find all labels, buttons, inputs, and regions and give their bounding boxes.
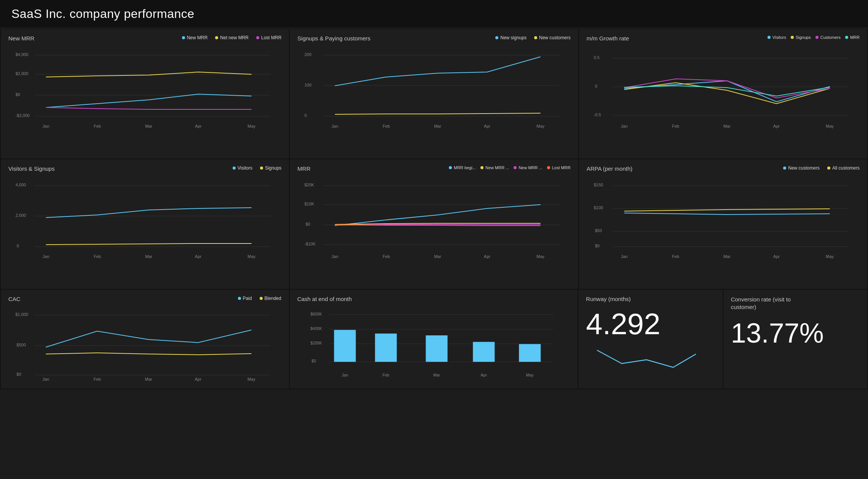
svg-text:Jan: Jan <box>621 124 627 128</box>
svg-text:$2,000: $2,000 <box>16 71 29 76</box>
arpa-panel: ARPA (per month) New customers All custo… <box>579 159 867 289</box>
svg-text:0.5: 0.5 <box>594 55 599 60</box>
svg-text:Feb: Feb <box>382 373 389 377</box>
legend-visitors: Visitors <box>767 35 786 40</box>
svg-text:0: 0 <box>595 84 597 88</box>
svg-text:May: May <box>247 377 255 381</box>
mm-growth-panel: m/m Growth rate Visitors Signups Custome… <box>579 29 867 159</box>
cash-panel: Cash at end of month $600K $400K $200K $… <box>290 290 578 389</box>
legend-new-signups: New signups <box>495 35 527 40</box>
mrr-legend: MRR begi... New MRR ... New MRR ... Lost… <box>449 165 571 170</box>
legend-dot-customers <box>534 36 537 39</box>
new-mrr-chart: $4,000 $2,000 $0 -$2,000 Jan Feb Mar <box>8 45 281 132</box>
legend-dot-new-mrr <box>182 36 185 39</box>
mrr-chart: $20K $10K $0 -$10K Jan Feb Mar Apr <box>297 175 570 263</box>
legend-dot-lost-mrr <box>256 36 259 39</box>
svg-text:Jan: Jan <box>332 124 338 128</box>
svg-text:Jan: Jan <box>42 377 49 381</box>
runway-title: Runway (months) <box>586 296 715 302</box>
svg-text:$200K: $200K <box>310 341 322 345</box>
svg-text:$150: $150 <box>594 183 603 187</box>
svg-text:4,000: 4,000 <box>16 183 26 187</box>
cac-legend: Paid Blended <box>238 296 281 301</box>
svg-text:Apr: Apr <box>773 124 780 128</box>
svg-text:$600K: $600K <box>310 312 322 316</box>
svg-text:Mar: Mar <box>145 254 152 259</box>
new-mrr-legend: New MRR Net new MRR Lost MRR <box>182 35 282 40</box>
svg-text:Mar: Mar <box>723 124 731 128</box>
mrr-panel: MRR MRR begi... New MRR ... New MRR ... … <box>290 159 578 289</box>
cash-chart: $600K $400K $200K $0 Jan Feb <box>297 305 570 381</box>
legend-mrr-new1: New MRR ... <box>480 165 509 170</box>
svg-text:Apr: Apr <box>480 373 487 377</box>
conversion-value: 13.77% <box>731 319 860 347</box>
svg-text:$4,000: $4,000 <box>16 52 29 57</box>
svg-text:Feb: Feb <box>672 124 679 128</box>
legend-cac-paid: Paid <box>238 296 252 301</box>
conversion-panel: Conversion rate (visit to customer) 13.7… <box>723 290 867 389</box>
legend-new-mrr: New MRR <box>182 35 208 40</box>
svg-rect-91 <box>334 330 356 362</box>
svg-text:$0: $0 <box>311 359 316 363</box>
svg-text:Apr: Apr <box>484 124 490 128</box>
legend-signups-growth: Signups <box>791 35 811 40</box>
svg-text:Feb: Feb <box>94 377 101 381</box>
svg-text:Feb: Feb <box>672 254 679 259</box>
svg-text:Feb: Feb <box>383 254 390 259</box>
svg-text:Feb: Feb <box>383 124 390 128</box>
legend-new-customers: New customers <box>534 35 571 40</box>
legend-dot-net-mrr <box>215 36 218 39</box>
svg-text:$20K: $20K <box>305 183 314 187</box>
svg-text:Jan: Jan <box>621 254 627 259</box>
visitors-signups-chart: 4,000 2,000 0 Jan Feb Mar Apr May <box>8 175 281 263</box>
legend-visitors-vs: Visitors <box>233 165 252 171</box>
header: SaaS Inc. company performance <box>0 0 868 28</box>
svg-text:Apr: Apr <box>195 124 201 128</box>
visitors-signups-panel: Visitors & Signups Visitors Signups 4,00… <box>1 159 289 289</box>
svg-text:Feb: Feb <box>94 254 101 259</box>
new-mrr-panel: New MRR New MRR Net new MRR Lost MRR $4,… <box>1 29 289 159</box>
svg-text:May: May <box>247 124 255 128</box>
svg-text:$0: $0 <box>16 372 21 376</box>
arpa-legend: New customers All customers <box>783 165 860 171</box>
legend-signups-vs: Signups <box>260 165 281 171</box>
runway-value: 4.292 <box>586 309 715 339</box>
svg-text:$50: $50 <box>595 228 602 233</box>
legend-cac-blended: Blended <box>260 296 281 301</box>
svg-text:Apr: Apr <box>195 254 201 259</box>
cac-chart: $1,000 $500 $0 Jan Feb Mar Apr May <box>8 305 281 381</box>
svg-text:May: May <box>537 254 545 259</box>
svg-text:May: May <box>826 124 834 128</box>
svg-text:Jan: Jan <box>341 373 348 377</box>
visitors-signups-legend: Visitors Signups <box>233 165 282 171</box>
svg-text:-$2,000: -$2,000 <box>16 113 30 118</box>
signups-chart: 200 100 0 Jan Feb Mar Apr May <box>297 45 570 132</box>
cash-title: Cash at end of month <box>297 296 570 302</box>
runway-panel: Runway (months) 4.292 <box>578 290 722 389</box>
svg-text:$10K: $10K <box>305 202 314 206</box>
svg-text:$500: $500 <box>16 343 26 347</box>
svg-text:May: May <box>526 373 534 377</box>
svg-text:0: 0 <box>17 244 19 248</box>
svg-text:Feb: Feb <box>94 124 101 128</box>
runway-chart <box>586 343 715 373</box>
svg-text:Mar: Mar <box>434 254 442 259</box>
svg-text:Jan: Jan <box>43 124 49 128</box>
svg-rect-93 <box>426 335 447 362</box>
svg-text:Mar: Mar <box>145 377 152 381</box>
conversion-title: Conversion rate (visit to customer) <box>731 296 807 311</box>
arpa-chart: $150 $100 $50 $0 Jan Feb Mar Apr May <box>587 175 860 263</box>
legend-arpa-all: All customers <box>827 165 860 171</box>
svg-text:May: May <box>247 254 255 259</box>
legend-mrr-begin: MRR begi... <box>449 165 476 170</box>
svg-text:200: 200 <box>305 52 311 57</box>
legend-lost-mrr: Lost MRR <box>256 35 281 40</box>
svg-text:Jan: Jan <box>332 254 338 259</box>
signups-paying-panel: Signups & Paying customers New signups N… <box>290 29 578 159</box>
legend-net-new-mrr: Net new MRR <box>215 35 249 40</box>
mm-growth-legend: Visitors Signups Customers MRR <box>767 35 860 40</box>
svg-text:Mar: Mar <box>434 124 442 128</box>
svg-text:2,000: 2,000 <box>16 213 26 218</box>
svg-text:Mar: Mar <box>145 124 152 128</box>
legend-mrr-lost: Lost MRR <box>547 165 571 170</box>
